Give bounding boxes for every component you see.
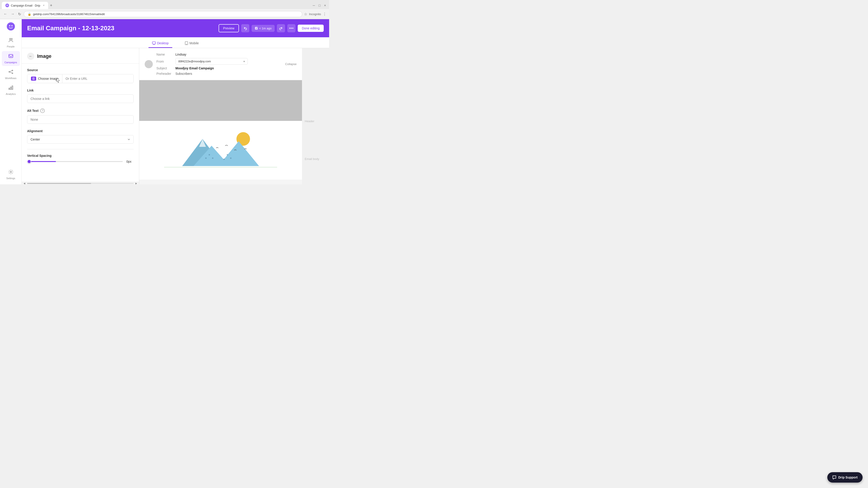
source-row: 🖼 Choose Image [27, 74, 133, 83]
back-nav-btn[interactable]: ← [3, 11, 8, 17]
url-input[interactable] [62, 74, 133, 83]
svg-point-28 [209, 154, 210, 156]
collapse-button[interactable]: Collapse [285, 62, 297, 66]
horizontal-scrollbar[interactable]: ◀ ▶ [22, 182, 139, 184]
refresh-btn[interactable]: ↻ [17, 11, 22, 17]
link-field-group: Link [27, 89, 133, 103]
main-content: Email Campaign - 12-13-2023 Preview < 1m… [22, 19, 329, 184]
email-body-section [139, 121, 302, 180]
spacing-value: 0px [126, 160, 133, 163]
url-bar[interactable]: 🔒 getdrip.com/7641396/broadcasts/3186746… [24, 11, 302, 17]
email-header-section [139, 80, 302, 121]
svg-point-10 [12, 73, 13, 74]
address-icons: ☆ Incognito ⋮ [304, 12, 327, 16]
svg-point-31 [227, 154, 228, 156]
name-label: Name [156, 53, 173, 56]
panel-header: ← Image [22, 48, 139, 64]
svg-rect-18 [256, 27, 256, 28]
link-input[interactable] [27, 94, 133, 103]
incognito-label: Incognito [309, 12, 321, 16]
choose-image-button[interactable]: 🖼 Choose Image [27, 74, 62, 83]
done-editing-button[interactable]: Done editing [298, 25, 324, 32]
spacing-label: Vertical Spacing [27, 154, 133, 158]
save-button[interactable]: < 1m ago [252, 25, 275, 32]
workflows-icon [8, 69, 13, 76]
email-preview: Name Lindsay From 89f4222e@moodjoy.com ▾ [139, 48, 302, 180]
minimize-btn[interactable]: ─ [311, 3, 316, 8]
name-value: Lindsay [176, 53, 186, 56]
preview-button[interactable]: Preview [219, 24, 239, 32]
sidebar-people-label: People [7, 45, 14, 48]
link-label: Link [27, 89, 133, 92]
alignment-field-group: Alignment Left Center Right [27, 129, 133, 144]
sidebar-logo [6, 22, 16, 33]
from-value: 89f4222e@moodjoy.com [178, 60, 242, 63]
alignment-select[interactable]: Left Center Right [27, 135, 133, 144]
panel-title: Image [37, 53, 52, 59]
sidebar-item-settings[interactable]: Settings [2, 167, 20, 182]
svg-line-11 [10, 71, 12, 72]
close-window-btn[interactable]: × [323, 3, 327, 8]
svg-point-9 [12, 70, 13, 71]
people-icon [8, 37, 13, 44]
tab-mobile[interactable]: Mobile [181, 39, 202, 48]
body-label: Email body [302, 154, 329, 164]
svg-marker-26 [218, 141, 259, 166]
spacing-field-group: Vertical Spacing 0px [27, 154, 133, 163]
svg-point-3 [9, 25, 10, 26]
page-title: Email Campaign - 12-13-2023 [27, 25, 114, 32]
from-select[interactable]: 89f4222e@moodjoy.com ▾ [176, 58, 248, 65]
svg-point-8 [9, 71, 10, 72]
email-info: Name Lindsay From 89f4222e@moodjoy.com ▾ [139, 48, 302, 80]
tab-favicon [5, 4, 9, 7]
bookmark-icon[interactable]: ☆ [304, 12, 307, 16]
avatar [145, 60, 153, 68]
spacing-slider[interactable] [27, 161, 123, 162]
scroll-track [27, 183, 133, 184]
right-labels: Header Email body [302, 48, 329, 184]
save-label: < 1m ago [259, 27, 272, 30]
spacing-row: 0px [27, 160, 133, 163]
tab-close-btn[interactable]: × [43, 4, 44, 7]
panel-back-button[interactable]: ← [27, 53, 34, 60]
svg-rect-14 [10, 87, 11, 90]
left-panel: ← Image Source 🖼 Choose Image [22, 48, 139, 184]
alt-text-input[interactable] [27, 115, 133, 124]
scroll-thumb [27, 183, 91, 184]
sidebar-item-workflows[interactable]: Workflows [2, 67, 20, 82]
svg-rect-7 [9, 55, 13, 58]
image-icon: 🖼 [31, 76, 36, 80]
scroll-right-arrow[interactable]: ▶ [134, 182, 138, 184]
sidebar-analytics-label: Analytics [6, 93, 16, 95]
sidebar-item-people[interactable]: People [2, 35, 20, 50]
maximize-btn[interactable]: □ [317, 3, 322, 8]
svg-rect-19 [255, 28, 257, 29]
from-dropdown-arrow: ▾ [243, 60, 245, 63]
sidebar-settings-label: Settings [6, 177, 16, 180]
new-tab-btn[interactable]: + [48, 2, 54, 9]
sidebar-workflows-label: Workflows [5, 77, 17, 79]
preview-area: Name Lindsay From 89f4222e@moodjoy.com ▾ [139, 48, 302, 184]
choose-image-label: Choose Image [38, 77, 59, 80]
sidebar-campaigns-label: Campaigns [4, 61, 17, 64]
more-button[interactable]: ••• [287, 24, 296, 32]
sidebar: People Campaigns Workflows [0, 19, 22, 184]
sidebar-item-campaigns[interactable]: Campaigns [2, 51, 20, 66]
alt-text-help-icon[interactable]: ? [40, 108, 45, 113]
sidebar-item-analytics[interactable]: Analytics [2, 83, 20, 98]
redo-button[interactable] [277, 24, 285, 32]
email-illustration [144, 125, 298, 175]
undo-button[interactable] [241, 24, 249, 32]
panel-content: Source 🖼 Choose Image Link [22, 64, 139, 182]
tab-desktop[interactable]: Desktop [149, 39, 172, 48]
forward-nav-btn[interactable]: → [10, 11, 16, 17]
svg-rect-20 [152, 42, 156, 44]
svg-point-4 [11, 25, 12, 26]
menu-icon[interactable]: ⋮ [323, 12, 327, 16]
scroll-left-arrow[interactable]: ◀ [23, 182, 26, 184]
from-label: From [156, 60, 173, 63]
browser-tab[interactable]: Campaign Email · Drip × [2, 2, 48, 9]
header-label: Header [302, 116, 329, 127]
subject-value: Moodjoy Email Campaign [176, 66, 214, 70]
analytics-icon [8, 85, 13, 92]
